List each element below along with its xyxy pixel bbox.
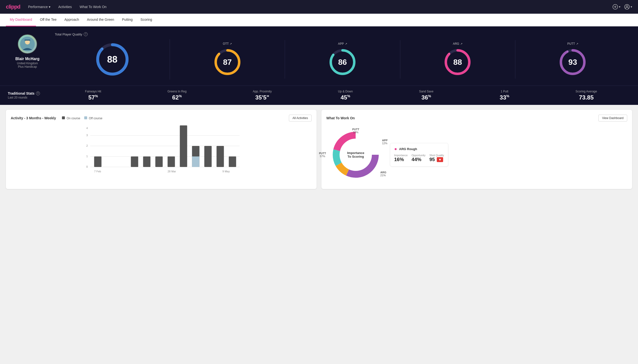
arrow-icon: ↗ xyxy=(230,42,232,46)
view-dashboard-button[interactable]: View Dashboard xyxy=(598,115,627,122)
ring-arg-container: 88 xyxy=(443,48,472,77)
work-on-card: What To Work On View Dashboard Importanc… xyxy=(321,110,632,189)
svg-rect-43 xyxy=(229,156,236,167)
donut-label-arg: ARG 21% xyxy=(380,171,386,177)
stat-fairways: Fairways Hit 57% xyxy=(85,90,101,101)
arrow-icon: ↗ xyxy=(460,42,463,46)
stat-updown: Up & Down 45% xyxy=(338,90,353,101)
tab-scoring[interactable]: Scoring xyxy=(137,14,156,26)
donut-area: Importance To Scoring PUTT 10% APP 12% A… xyxy=(326,126,385,184)
tab-my-dashboard[interactable]: My Dashboard xyxy=(6,14,36,26)
help-icon-trad[interactable]: ? xyxy=(36,92,40,95)
donut-label-putt: PUTT 57% xyxy=(319,152,326,158)
trad-label-col: Traditional Stats ? Last 20 rounds xyxy=(8,92,52,99)
red-badge: ▼ xyxy=(437,157,443,162)
nav-right: ▾ ▾ xyxy=(612,4,632,10)
svg-text:1: 1 xyxy=(86,155,88,158)
nav-left: clippd Performance ▾ Activities What To … xyxy=(6,4,106,10)
arg-dot xyxy=(394,148,397,150)
arrow-icon: ↗ xyxy=(345,42,347,46)
tab-approach[interactable]: Approach xyxy=(61,14,83,26)
score-rings: 88 OTT ↗ 87 xyxy=(55,39,630,80)
stat-scoring: Scoring Average 73.85 xyxy=(576,90,597,101)
donut-label-app: APP 12% xyxy=(382,139,387,145)
svg-rect-37 xyxy=(180,126,187,167)
arg-stat-opportunity: Opportunity 44% xyxy=(411,154,426,162)
total-quality-label: Total Player Quality ? xyxy=(55,32,630,36)
tab-around-the-green[interactable]: Around the Green xyxy=(83,14,118,26)
svg-text:0: 0 xyxy=(86,165,88,168)
tabs-bar: My Dashboard Off the Tee Approach Around… xyxy=(0,14,638,26)
donut-center: Importance To Scoring xyxy=(347,151,364,158)
ring-putt-container: 93 xyxy=(558,48,587,77)
arg-stat-shot-quality: Shot Quality 95 ▼ xyxy=(430,154,444,162)
arg-card-header: ARG Rough xyxy=(394,147,444,151)
logo[interactable]: clippd xyxy=(6,4,20,10)
nav-activities[interactable]: Activities xyxy=(58,5,72,9)
svg-rect-34 xyxy=(143,156,151,167)
legend-off-course: Off course xyxy=(84,116,102,120)
hero-section: Blair McHarg United Kingdom Plus Handica… xyxy=(0,26,638,86)
ring-putt: PUTT ↗ 93 xyxy=(515,40,630,79)
ring-ott: OTT ↗ 87 xyxy=(170,40,285,79)
svg-text:4: 4 xyxy=(86,127,88,130)
ring-app-container: 86 xyxy=(328,48,357,77)
traditional-stats: Traditional Stats ? Last 20 rounds Fairw… xyxy=(0,86,638,105)
svg-text:7 Feb: 7 Feb xyxy=(94,170,101,173)
donut-label-ott: PUTT 10% xyxy=(352,128,359,134)
svg-point-3 xyxy=(624,4,629,9)
legend-on-course: On course xyxy=(62,116,80,120)
stat-cols: Fairways Hit 57% Greens In Reg 62% App. … xyxy=(52,90,630,101)
ring-ott-value: 87 xyxy=(223,58,232,67)
work-on-header: What To Work On View Dashboard xyxy=(326,115,627,122)
stat-sandsave: Sand Save 36% xyxy=(419,90,434,101)
activity-card: Activity - 3 Months - Weekly On course O… xyxy=(6,110,317,189)
ring-app-label: APP ↗ xyxy=(338,42,347,46)
all-activities-button[interactable]: All Activities xyxy=(289,115,312,122)
svg-rect-32 xyxy=(94,156,102,167)
svg-text:3: 3 xyxy=(86,134,88,137)
nav-performance[interactable]: Performance ▾ xyxy=(28,5,50,9)
activity-card-header: Activity - 3 Months - Weekly On course O… xyxy=(11,115,312,122)
avatar xyxy=(18,34,37,54)
activity-legend: On course Off course xyxy=(62,116,102,120)
tab-off-the-tee[interactable]: Off the Tee xyxy=(36,14,61,26)
nav-what-to-work-on[interactable]: What To Work On xyxy=(80,5,106,9)
player-info: Blair McHarg United Kingdom Plus Handica… xyxy=(8,32,47,68)
chevron-down-icon: ▾ xyxy=(631,5,632,8)
ring-ott-label: OTT ↗ xyxy=(223,42,232,46)
ring-arg-value: 88 xyxy=(453,58,462,67)
scores-section: Total Player Quality ? 88 xyxy=(55,32,630,80)
svg-rect-33 xyxy=(131,156,138,167)
trad-stats-label: Traditional Stats ? xyxy=(8,92,52,95)
work-on-inner: Importance To Scoring PUTT 10% APP 12% A… xyxy=(326,126,627,184)
ring-ott-container: 87 xyxy=(213,48,242,77)
stat-proximity: App. Proximity 35'5" xyxy=(253,90,272,101)
ring-putt-value: 93 xyxy=(568,58,577,67)
chevron-down-icon: ▾ xyxy=(49,5,50,9)
ring-total-container: 88 xyxy=(94,41,131,78)
tab-putting[interactable]: Putting xyxy=(118,14,137,26)
work-on-title: What To Work On xyxy=(326,116,355,120)
user-menu-button[interactable]: ▾ xyxy=(624,4,632,10)
ring-putt-label: PUTT ↗ xyxy=(567,42,578,46)
arg-card: ARG Rough Importance 16% Opportunity 44%… xyxy=(390,143,448,166)
svg-rect-7 xyxy=(25,40,30,40)
svg-text:2: 2 xyxy=(86,144,88,147)
ring-total: 88 xyxy=(55,39,170,80)
arg-stats-row: Importance 16% Opportunity 44% Shot Qual… xyxy=(394,154,444,162)
add-button[interactable]: ▾ xyxy=(612,4,620,10)
arg-title: ARG Rough xyxy=(399,147,417,151)
svg-text:28 Mar: 28 Mar xyxy=(168,170,176,173)
svg-rect-42 xyxy=(217,146,224,167)
stat-1putt: 1 Putt 33% xyxy=(500,90,509,101)
ring-app-value: 86 xyxy=(338,58,347,67)
stat-gir: Greens In Reg 62% xyxy=(167,90,186,101)
arrow-icon: ↗ xyxy=(576,42,578,46)
svg-rect-41 xyxy=(204,146,212,167)
player-country: United Kingdom xyxy=(17,62,38,65)
activity-title: Activity - 3 Months - Weekly xyxy=(11,116,56,120)
help-icon[interactable]: ? xyxy=(84,32,88,36)
bar-chart-svg: 0 1 2 3 4 xyxy=(11,126,312,177)
ring-app: APP ↗ 86 xyxy=(285,40,400,79)
